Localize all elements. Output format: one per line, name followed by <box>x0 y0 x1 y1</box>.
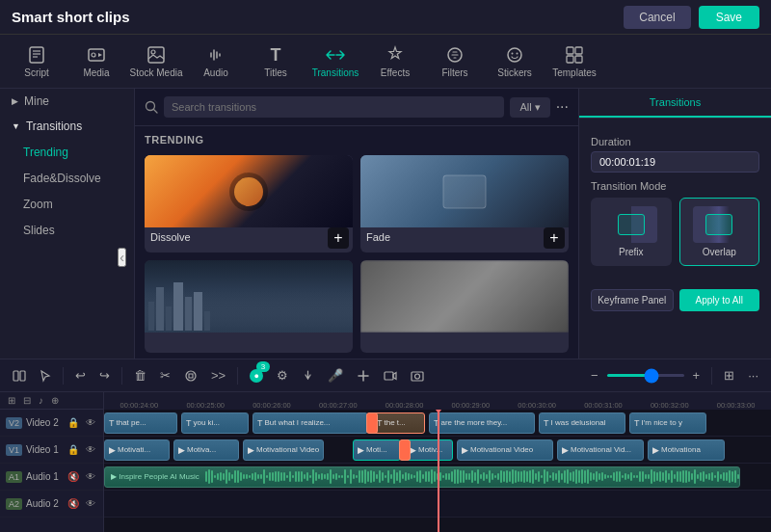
toolbar-transitions[interactable]: Transitions <box>306 37 364 87</box>
play-toggle-button[interactable]: ● 3 <box>245 365 268 386</box>
clip-v1-1[interactable]: ▶Motivati... <box>104 439 170 461</box>
add-fade-button[interactable]: + <box>544 227 565 249</box>
clip-v2-5[interactable]: Tare the more they... <box>429 412 535 434</box>
prefix-icon <box>618 214 645 235</box>
track-audio-button[interactable]: ♪ <box>37 394 45 407</box>
track-a2-eye[interactable]: 👁 <box>84 497 97 510</box>
track-v1-lock[interactable]: 🔒 <box>66 443 81 456</box>
mode-overlap[interactable]: Overlap <box>679 198 760 266</box>
transition-marker-2[interactable] <box>399 439 411 461</box>
clip-v1-4[interactable]: ▶Moti... <box>353 439 401 461</box>
clip-v1-8[interactable]: ▶Motivationa <box>648 439 725 461</box>
filter-dropdown[interactable]: All ▾ <box>510 97 549 118</box>
toolbar-templates[interactable]: Templates <box>545 37 603 87</box>
extra-options-button[interactable]: ··· <box>743 364 763 386</box>
clip-v1-5[interactable]: ▶Motiv... <box>405 439 453 461</box>
track-auto-button[interactable]: ⊕ <box>49 394 61 407</box>
track-a2-mute[interactable]: 🔇 <box>66 497 81 510</box>
transition-fade[interactable]: + Fade <box>360 155 569 253</box>
audio-edit-button[interactable] <box>179 365 202 386</box>
clip-v2-7[interactable]: TI'm nice to y <box>629 412 706 434</box>
cut-button[interactable]: ✂ <box>155 364 175 386</box>
save-button[interactable]: Save <box>699 6 759 29</box>
templates-icon <box>564 44 585 66</box>
track-label-video2: V2 Video 2 🔒 👁 <box>0 410 103 437</box>
clip-v1-7[interactable]: ▶Motivational Vid... <box>557 439 644 461</box>
clip-v1-2[interactable]: ▶Motiva... <box>173 439 239 461</box>
clip-v1-3[interactable]: ▶Motivational Video <box>243 439 324 461</box>
clip-audio1[interactable]: ▶ Inspire People AI Music // Will genera… <box>104 466 740 488</box>
svg-rect-22 <box>412 372 423 381</box>
marker-button[interactable] <box>297 365 319 386</box>
cancel-button[interactable]: Cancel <box>624 6 690 29</box>
toolbar-stock[interactable]: Stock Media <box>127 37 185 87</box>
sidebar-item-slides[interactable]: Slides <box>4 218 130 243</box>
clip-v2-2[interactable]: Tyou ki... <box>181 412 249 434</box>
clip-insert-button[interactable] <box>352 365 375 386</box>
track-settings-button[interactable]: ⊟ <box>21 394 33 407</box>
toolbar-audio[interactable]: Audio <box>187 37 245 87</box>
fade-label: Fade <box>360 227 569 249</box>
city-thumbnail <box>145 260 353 332</box>
cursor-button[interactable] <box>35 365 56 386</box>
duration-input[interactable] <box>591 151 759 173</box>
zoom-in-button[interactable]: + <box>688 364 705 386</box>
search-input[interactable] <box>164 96 504 118</box>
redo-button[interactable]: ↪ <box>94 364 115 386</box>
sidebar-mine[interactable]: ▶ Mine <box>0 89 134 114</box>
more-options-button[interactable]: ··· <box>556 98 569 116</box>
record-button[interactable] <box>379 366 402 386</box>
svg-rect-13 <box>575 47 582 54</box>
transition-blur[interactable] <box>360 260 569 354</box>
zoom-out-button[interactable]: − <box>586 364 603 386</box>
toolbar-stickers[interactable]: Stickers <box>486 37 544 87</box>
layout-button[interactable]: ⊞ <box>719 364 739 386</box>
svg-rect-21 <box>385 372 393 380</box>
transition-dissolve[interactable]: + Dissolve <box>145 155 353 253</box>
add-dissolve-button[interactable]: + <box>328 227 349 249</box>
toolbar-media[interactable]: Media <box>67 37 125 87</box>
filters-icon <box>444 44 465 66</box>
toolbar-titles[interactable]: T Titles <box>247 37 305 87</box>
delete-button[interactable]: 🗑 <box>129 364 151 386</box>
track-a1-eye[interactable]: 👁 <box>84 470 97 483</box>
more-tools-button[interactable]: >> <box>206 364 230 386</box>
clip-v2-3[interactable]: TBut what I realize... <box>253 412 368 434</box>
clip-v2-6[interactable]: TI was delusional <box>539 412 625 434</box>
transition-city[interactable] <box>145 260 353 354</box>
timeline-scroll-area[interactable]: 00:00:24:00 00:00:25:00 00:00:26:00 00:0… <box>104 392 771 532</box>
sidebar-transitions-header[interactable]: ▼ Transitions <box>0 114 134 139</box>
dissolve-thumbnail <box>145 155 353 227</box>
track-v2-lock[interactable]: 🔒 <box>66 416 81 429</box>
toolbar-script[interactable]: Script <box>8 37 66 87</box>
apply-to-all-button[interactable]: Apply to All <box>679 289 760 311</box>
clip-v2-1[interactable]: Tthat pe... <box>104 412 177 434</box>
transition-marker-1[interactable] <box>366 412 378 434</box>
mode-prefix[interactable]: Prefix <box>591 198 672 266</box>
undo-button[interactable]: ↩ <box>70 364 91 386</box>
split-button[interactable] <box>8 365 31 386</box>
svg-rect-12 <box>567 47 573 54</box>
sidebar-item-zoom[interactable]: Zoom <box>4 192 130 217</box>
track-v2-eye[interactable]: 👁 <box>84 416 97 429</box>
zoom-slider[interactable] <box>607 374 684 377</box>
keyframe-panel-button[interactable]: Keyframe Panel <box>591 289 674 311</box>
voice-button[interactable]: 🎤 <box>323 364 348 386</box>
toolbar-filters[interactable]: Filters <box>426 37 484 87</box>
add-track-button[interactable]: ⊞ <box>6 394 17 407</box>
clip-v1-6[interactable]: ▶Motivational Video <box>457 439 553 461</box>
sidebar-item-trending[interactable]: Trending <box>4 140 130 165</box>
svg-point-9 <box>508 48 521 62</box>
svg-point-23 <box>415 374 420 379</box>
clip-v2-4[interactable]: Tthe t... <box>372 412 425 434</box>
sidebar-collapse-button[interactable]: ‹ <box>118 248 126 267</box>
track-a1-mute[interactable]: 🔇 <box>66 470 81 483</box>
transitions-icon <box>325 44 346 66</box>
sidebar-item-fade[interactable]: Fade&Dissolve <box>4 166 130 191</box>
settings-button[interactable]: ⚙ <box>272 364 293 386</box>
track-v1-eye[interactable]: 👁 <box>84 443 97 456</box>
screenshot-button[interactable] <box>406 366 429 386</box>
tab-transitions[interactable]: Transitions <box>579 89 771 118</box>
toolbar-effects[interactable]: Effects <box>366 37 424 87</box>
svg-point-10 <box>512 53 514 55</box>
